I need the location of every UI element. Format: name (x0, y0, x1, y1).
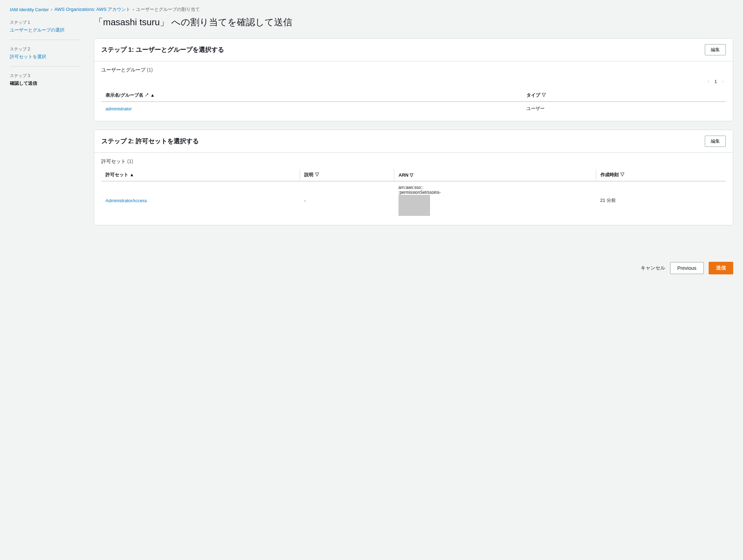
arn-redacted (398, 195, 430, 216)
step2-section: ステップ 2: 許可セットを選択する 編集 許可セット (1) 許可セット 説 (94, 130, 733, 225)
sidebar-step-1: ステップ 1 ユーザーとグループの選択 (10, 20, 80, 40)
step1-table-title: ユーザーとグループ (1) (101, 67, 726, 73)
step2-table-row: AdministratorAccess - arn:aws:sso:::perm… (101, 181, 726, 219)
footer-bar: キャンセル Previous 送信 (0, 255, 743, 281)
user-type-cell: ユーザー (522, 102, 726, 115)
col-permission-set[interactable]: 許可セット (101, 169, 300, 181)
sidebar-step-2: ステップ 2 許可セットを選択 (10, 46, 80, 67)
step1-header: ステップ 1: ユーザーとグループを選択する 編集 (94, 39, 733, 61)
step1-edit-button[interactable]: 編集 (705, 44, 726, 55)
step2-table: 許可セット 説明 ARN 作成時刻 (101, 169, 726, 219)
col-type[interactable]: タイプ (522, 89, 726, 102)
sidebar-step-1-title[interactable]: ユーザーとグループの選択 (10, 27, 80, 33)
step1-title: ステップ 1: ユーザーとグループを選択する (101, 46, 224, 54)
sidebar-step-1-label: ステップ 1 (10, 20, 80, 26)
step2-table-header-row: 許可セット 説明 ARN 作成時刻 (101, 169, 726, 181)
admin-access-link[interactable]: AdministratorAccess (105, 198, 147, 203)
step1-section: ステップ 1: ユーザーとグループを選択する 編集 ユーザーとグループ (1) … (94, 38, 733, 121)
created-cell: 21 分前 (596, 181, 726, 219)
step2-edit-button[interactable]: 編集 (705, 136, 726, 147)
col-display-name[interactable]: 表示名/グループ名 ↗ (101, 89, 522, 102)
permission-set-name-cell: AdministratorAccess (101, 181, 300, 219)
sidebar-step-3-title: 確認して送信 (10, 80, 80, 87)
breadcrumb-sep-1: › (51, 7, 52, 12)
page-title: 「masashi tsuru」 への割り当てを確認して送信 (94, 16, 733, 28)
page-number: 1 (714, 79, 717, 84)
step2-header: ステップ 2: 許可セットを選択する 編集 (94, 130, 733, 153)
sidebar-step-2-title[interactable]: 許可セットを選択 (10, 54, 80, 60)
sidebar-step-2-label: ステップ 2 (10, 46, 80, 52)
user-name-cell: administrator (101, 102, 522, 115)
sidebar-step-3: ステップ 3 確認して送信 (10, 73, 80, 93)
step1-pagination: ‹ 1 › (101, 77, 726, 85)
col-created[interactable]: 作成時刻 (596, 169, 726, 181)
step1-inner: ユーザーとグループ (1) ‹ 1 › 表示名/グループ名 ↗ (94, 61, 733, 121)
administrator-link[interactable]: administrator (105, 106, 132, 111)
col-description[interactable]: 説明 (300, 169, 394, 181)
step2-title: ステップ 2: 許可セットを選択する (101, 137, 199, 145)
breadcrumb-aws-orgs[interactable]: AWS Organizations: AWS アカウント (54, 6, 130, 13)
step1-table-header-row: 表示名/グループ名 ↗ タイプ (101, 89, 726, 102)
main-content: 「masashi tsuru」 への割り当てを確認して送信 ステップ 1: ユー… (94, 16, 733, 234)
sidebar-step-3-label: ステップ 3 (10, 73, 80, 79)
col-arn[interactable]: ARN (394, 169, 596, 181)
step2-table-title: 許可セット (1) (101, 158, 726, 165)
step2-inner: 許可セット (1) 許可セット 説明 ARN (94, 153, 733, 225)
cancel-button[interactable]: キャンセル (641, 265, 665, 271)
description-cell: - (300, 181, 394, 219)
arn-cell: arn:aws:sso:::permissionSet/ssoins- (394, 181, 596, 219)
previous-button[interactable]: Previous (670, 262, 704, 274)
prev-page-button[interactable]: ‹ (705, 77, 711, 85)
step1-table: 表示名/グループ名 ↗ タイプ administrator (101, 89, 726, 115)
breadcrumb-iam[interactable]: IAM Identity Center (10, 7, 49, 12)
breadcrumb-sep-2: › (132, 7, 134, 12)
table-row: administrator ユーザー (101, 102, 726, 115)
sidebar: ステップ 1 ユーザーとグループの選択 ステップ 2 許可セットを選択 ステップ… (10, 16, 80, 234)
next-page-button[interactable]: › (720, 77, 726, 85)
breadcrumb-current: ユーザーとグループの割り当て (136, 6, 200, 13)
submit-button[interactable]: 送信 (709, 262, 733, 274)
main-layout: ステップ 1 ユーザーとグループの選択 ステップ 2 許可セットを選択 ステップ… (0, 16, 743, 255)
breadcrumb: IAM Identity Center › AWS Organizations:… (0, 0, 743, 16)
